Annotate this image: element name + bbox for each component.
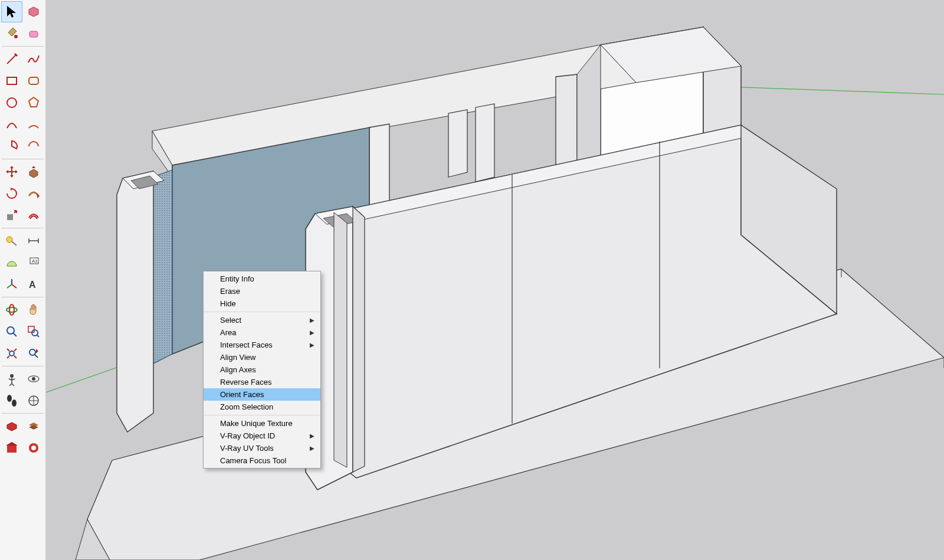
warehouse-tool[interactable] — [1, 437, 22, 459]
svg-point-12 — [9, 304, 14, 315]
svg-text:A: A — [29, 280, 36, 290]
followme-tool[interactable] — [23, 183, 44, 204]
section-plane-tool[interactable] — [23, 390, 44, 411]
tape-tool[interactable] — [1, 230, 22, 251]
svg-point-7 — [6, 237, 12, 243]
menu-align-axes[interactable]: Align Axes — [204, 363, 320, 376]
menu-entity-info[interactable]: Entity Info — [204, 273, 320, 285]
circle-tool[interactable] — [1, 92, 22, 113]
freehand-tool[interactable] — [23, 48, 44, 70]
svg-marker-52 — [117, 171, 153, 432]
zoom-tool[interactable] — [1, 321, 22, 342]
chevron-right-icon: ▶ — [310, 445, 314, 451]
menu-orient-faces[interactable]: Orient Faces — [204, 388, 320, 401]
polygon-tool[interactable] — [23, 92, 44, 113]
menu-vray-uv-tools[interactable]: V-Ray UV Tools▶ — [204, 442, 320, 454]
menu-make-unique-texture[interactable]: Make Unique Texture — [204, 417, 320, 430]
dimension-tool[interactable] — [23, 230, 44, 251]
menu-reverse-faces[interactable]: Reverse Faces — [204, 376, 320, 388]
paint-bucket-tool[interactable] — [1, 23, 22, 44]
move-tool[interactable] — [1, 161, 22, 182]
pan-tool[interactable] — [23, 299, 44, 320]
svg-rect-1 — [30, 31, 38, 37]
arc-tool[interactable] — [1, 114, 22, 135]
menu-vray-object-id[interactable]: V-Ray Object ID▶ — [204, 430, 320, 442]
menu-intersect-faces[interactable]: Intersect Faces▶ — [204, 339, 320, 351]
menu-separator — [204, 415, 320, 415]
chevron-right-icon: ▶ — [310, 329, 314, 336]
svg-marker-5 — [29, 97, 38, 107]
rotate-tool[interactable] — [1, 183, 22, 204]
zoom-extents-tool[interactable] — [1, 343, 22, 364]
scene-svg — [46, 0, 944, 560]
3dtext-tool[interactable]: A — [23, 274, 44, 295]
rectangle-tool[interactable] — [1, 70, 22, 91]
svg-marker-58 — [353, 207, 365, 472]
svg-rect-24 — [7, 446, 17, 453]
svg-point-26 — [31, 446, 36, 450]
svg-point-11 — [6, 307, 17, 312]
menu-area[interactable]: Area▶ — [204, 326, 320, 339]
svg-point-16 — [9, 351, 14, 356]
svg-point-20 — [32, 377, 35, 381]
outliner-tool[interactable] — [1, 415, 22, 437]
menu-align-view[interactable]: Align View — [204, 351, 320, 363]
chevron-right-icon: ▶ — [310, 342, 314, 348]
svg-point-0 — [14, 35, 18, 38]
position-camera-tool[interactable] — [1, 368, 22, 389]
menu-zoom-selection[interactable]: Zoom Selection — [204, 401, 320, 413]
select-tool[interactable] — [1, 1, 22, 22]
svg-marker-59 — [334, 212, 347, 467]
eraser-tool[interactable] — [23, 23, 44, 44]
text-tool[interactable]: A1 — [23, 252, 44, 273]
pushpull-tool[interactable] — [23, 161, 44, 182]
protractor-tool[interactable] — [1, 252, 22, 273]
svg-point-18 — [10, 374, 14, 378]
line-tool[interactable] — [1, 48, 22, 70]
zoom-window-tool[interactable] — [23, 321, 44, 342]
pie-tool[interactable] — [1, 136, 22, 157]
menu-erase[interactable]: Erase — [204, 285, 320, 297]
arc3-tool[interactable] — [23, 136, 44, 157]
context-menu: Entity Info Erase Hide Select▶ Area▶ Int… — [203, 271, 321, 469]
rounded-rectangle-tool[interactable] — [23, 70, 44, 91]
chevron-right-icon: ▶ — [310, 317, 314, 323]
menu-separator — [204, 312, 320, 312]
arc2-tool[interactable] — [23, 114, 44, 135]
svg-point-22 — [12, 399, 17, 407]
offset-tool[interactable] — [23, 205, 44, 226]
svg-rect-14 — [28, 326, 34, 332]
svg-point-4 — [7, 98, 17, 107]
menu-select[interactable]: Select▶ — [204, 314, 320, 326]
svg-rect-3 — [29, 77, 38, 84]
svg-rect-2 — [7, 77, 17, 84]
menu-camera-focus-tool[interactable]: Camera Focus Tool — [204, 454, 320, 467]
svg-marker-41 — [448, 110, 467, 177]
component-tool[interactable] — [23, 1, 44, 22]
scale-tool[interactable] — [1, 205, 22, 226]
svg-marker-40 — [476, 104, 494, 182]
svg-point-21 — [7, 395, 12, 402]
svg-text:A1: A1 — [32, 258, 38, 264]
axes-tool[interactable] — [1, 274, 22, 295]
toolbar: A1 A — [0, 0, 46, 560]
extension-tool[interactable] — [23, 437, 44, 459]
menu-hide[interactable]: Hide — [204, 297, 320, 310]
look-around-tool[interactable] — [23, 368, 44, 389]
orbit-tool[interactable] — [1, 299, 22, 320]
previous-tool[interactable] — [23, 343, 44, 364]
layers-tool[interactable] — [23, 415, 44, 437]
chevron-right-icon: ▶ — [310, 433, 314, 439]
viewport-3d[interactable]: Entity Info Erase Hide Select▶ Area▶ Int… — [46, 0, 944, 560]
svg-rect-6 — [7, 214, 13, 220]
walk-tool[interactable] — [1, 390, 22, 411]
